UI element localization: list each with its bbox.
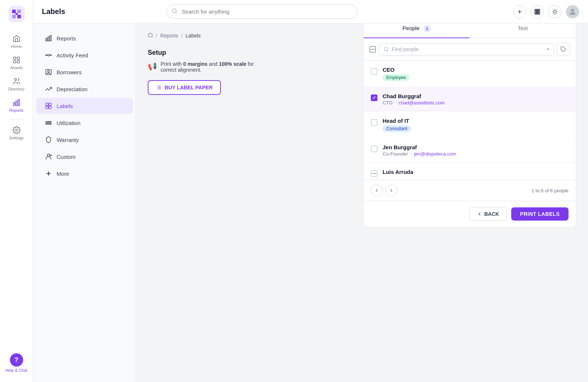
label-card-panel: People 1 Text: [277, 49, 576, 227]
search-input[interactable]: [166, 4, 358, 19]
person-email[interactable]: chad@assetbots.com: [399, 100, 445, 106]
sidebar-item-reports[interactable]: Reports: [0, 95, 33, 116]
person-info-ceo: CEO Employee: [383, 67, 569, 81]
people-search-input[interactable]: [392, 46, 544, 52]
person-row: Jen Burggraf Co-Founder • jen@dispoteca.…: [363, 138, 576, 163]
sidebar-item-directory[interactable]: Directory: [0, 74, 33, 95]
person-email[interactable]: jen@dispoteca.com: [414, 151, 456, 157]
sidebar-item-custom[interactable]: Custom: [36, 149, 133, 165]
sidebar-utilization-label: Utilization: [57, 120, 80, 126]
svg-rect-0: [12, 10, 16, 13]
person-name: CEO: [383, 67, 569, 73]
person-name: Luis Arruda: [383, 169, 569, 175]
pagination-row: 1 to 6 of 6 people: [363, 180, 576, 201]
next-page-button[interactable]: [386, 185, 397, 196]
svg-rect-3: [17, 15, 21, 18]
print-btn-label: PRINT LABELS: [520, 211, 560, 217]
dot-separator: •: [395, 100, 397, 106]
user-avatar[interactable]: [566, 5, 579, 18]
person-info-jen: Jen Burggraf Co-Founder • jen@dispoteca.…: [383, 144, 569, 157]
svg-rect-6: [17, 57, 19, 59]
breadcrumb-reports-link[interactable]: Reports: [160, 33, 178, 39]
main-panel: / Reports / Labels Setup 📢 Print with 0 …: [136, 24, 588, 382]
back-button[interactable]: BACK: [469, 207, 507, 221]
sidebar-custom-label: Custom: [57, 154, 76, 160]
sidebar-item-borrowers[interactable]: Borrowers: [36, 64, 133, 80]
sidebar-item-assets[interactable]: Assets: [0, 52, 33, 74]
person-checkbox-luis[interactable]: [371, 170, 377, 177]
select-all-checkbox[interactable]: [369, 46, 376, 53]
sidebar-item-reports[interactable]: Reports: [36, 30, 133, 46]
theme-toggle[interactable]: [548, 5, 562, 18]
svg-point-20: [553, 10, 556, 13]
svg-rect-16: [536, 9, 537, 14]
add-button[interactable]: [513, 5, 526, 18]
breadcrumb-sep-2: /: [181, 33, 183, 39]
setup-description: Print with 0 margins and 100% scale for …: [161, 61, 265, 73]
breadcrumb-home-link[interactable]: [148, 32, 153, 39]
app-logo[interactable]: [8, 6, 25, 22]
sidebar-item-warranty[interactable]: Warranty: [36, 132, 133, 148]
sidebar-item-depreciation[interactable]: Depreciation: [36, 81, 133, 97]
sidebar-item-labels[interactable]: Labels: [36, 98, 133, 114]
sidebar-item-home[interactable]: Home: [0, 31, 33, 52]
scale-bold: 100% scale: [219, 61, 247, 67]
print-labels-button[interactable]: PRINT LABELS: [511, 207, 569, 221]
svg-rect-34: [46, 106, 49, 109]
person-name: Chad Burggraf: [383, 93, 569, 99]
sidebar-activity-label: Activity Feed: [57, 52, 88, 58]
svg-point-21: [571, 9, 574, 12]
person-checkbox-chad[interactable]: ✓: [371, 94, 377, 101]
person-role: Co-Founder: [383, 151, 408, 157]
prev-page-button[interactable]: [371, 185, 383, 196]
sidebar-labels-label: Labels: [57, 103, 73, 109]
main-wrapper: Labels Report: [33, 0, 588, 382]
svg-rect-15: [535, 9, 535, 14]
megaphone-icon: 📢: [148, 62, 157, 71]
search-icon: [172, 8, 178, 15]
sidebar-depreciation-label: Depreciation: [57, 86, 87, 92]
buy-label-paper-button[interactable]: BUY LABEL PAPER: [148, 80, 221, 95]
directory-label: Directory: [8, 87, 24, 91]
content-row: Reports Activity Feed Borrowers Deprecia…: [33, 24, 588, 382]
help-chat-button[interactable]: ? Help & Chat: [0, 350, 33, 376]
label-card: People 1 Text: [363, 24, 576, 227]
svg-point-29: [50, 55, 51, 56]
tab-text[interactable]: Text: [470, 24, 576, 38]
sidebar-more-label: More: [57, 171, 69, 177]
svg-point-9: [14, 79, 17, 81]
search-bar: [166, 4, 358, 19]
back-btn-label: BACK: [484, 211, 499, 217]
page-title: Labels: [42, 7, 86, 16]
person-row: Luis Arruda: [363, 163, 576, 180]
checkmark-icon: ✓: [372, 95, 376, 100]
sidebar-item-settings[interactable]: Settings: [0, 122, 33, 144]
person-name: Jen Burggraf: [383, 144, 569, 150]
margins-bold: 0 margins: [183, 61, 207, 67]
person-row: Head of IT Consultant: [363, 112, 576, 138]
person-checkbox-jen[interactable]: [371, 146, 377, 152]
person-role: CTO: [383, 100, 392, 106]
barcode-button[interactable]: [531, 5, 544, 18]
sidebar-item-activity-feed[interactable]: Activity Feed: [36, 47, 133, 63]
sidebar-item-utilization[interactable]: Utilization: [36, 115, 133, 131]
setup-section: Setup 📢 Print with 0 margins and 100% sc…: [148, 49, 265, 95]
tab-people[interactable]: People 1: [363, 24, 470, 38]
person-row: ✓ Chad Burggraf CTO • chad@assetbots.com: [363, 87, 576, 112]
svg-rect-5: [13, 57, 15, 59]
svg-rect-11: [16, 101, 17, 106]
home-label: Home: [11, 44, 22, 49]
reports-sidebar: Reports Activity Feed Borrowers Deprecia…: [33, 24, 136, 382]
setup-title: Setup: [148, 49, 265, 57]
dot-separator: •: [410, 151, 412, 157]
panel-body: Setup 📢 Print with 0 margins and 100% sc…: [148, 49, 576, 227]
chevron-down-icon[interactable]: ▾: [547, 47, 549, 52]
person-checkbox-ceo[interactable]: [371, 68, 377, 75]
svg-point-14: [172, 9, 176, 13]
person-checkbox-headit[interactable]: [371, 119, 377, 126]
tags-filter-button[interactable]: [557, 43, 570, 56]
svg-point-4: [15, 13, 18, 15]
tabs: People 1 Text: [363, 24, 576, 38]
sidebar-item-more[interactable]: More: [36, 165, 133, 182]
sidebar-borrowers-label: Borrowers: [57, 69, 82, 75]
